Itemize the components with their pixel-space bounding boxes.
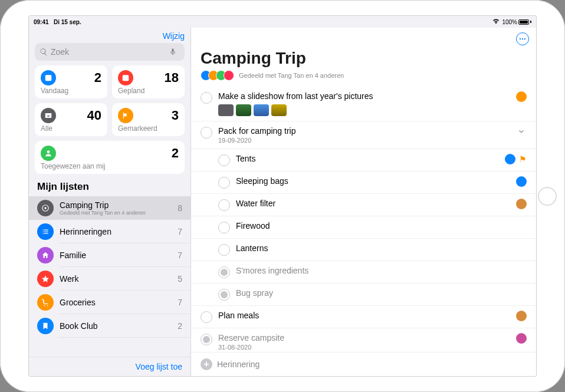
list-item[interactable]: Camping Trip Gedeeld met Tang Tan en 4 a…: [29, 196, 190, 220]
list-item[interactable]: Herinneringen 7: [29, 220, 190, 243]
shared-text: Gedeeld met Tang Tan en 4 anderen: [239, 72, 344, 79]
complete-toggle[interactable]: [218, 154, 230, 166]
person-icon: [41, 146, 56, 161]
home-icon: [37, 247, 54, 263]
reminder-title: Pack for camping trip: [218, 126, 510, 136]
list-count: 7: [178, 251, 182, 260]
list-name: Book Club: [60, 321, 172, 331]
complete-toggle[interactable]: [201, 92, 212, 104]
reminder-title: Water filter: [236, 199, 510, 208]
search-input[interactable]: Zoek: [35, 43, 185, 61]
flagged-label: Gemarkeerd: [118, 124, 179, 133]
assignee-avatar: [516, 333, 527, 344]
new-reminder-label: Herinnering: [217, 360, 259, 369]
reminder-date: 19-09-2020: [218, 137, 510, 144]
reminder-item[interactable]: Make a slideshow from last year's pictur…: [191, 87, 536, 121]
add-list-button[interactable]: Voeg lijst toe: [29, 357, 190, 376]
list-count: 2: [178, 321, 182, 331]
star-icon: [37, 271, 54, 287]
list-count: 7: [178, 298, 182, 307]
complete-toggle[interactable]: [201, 127, 212, 139]
plus-icon: +: [201, 358, 212, 370]
assigned-count: 2: [172, 146, 179, 161]
all-label: Alle: [41, 124, 101, 133]
svg-point-5: [44, 207, 47, 209]
complete-toggle[interactable]: [218, 244, 230, 256]
reminder-item[interactable]: Pack for camping trip 19-09-2020: [191, 121, 536, 149]
calendar-icon: [118, 70, 133, 85]
list-item[interactable]: Groceries 7: [29, 291, 190, 314]
thumbnail[interactable]: [271, 104, 287, 116]
reminder-title: Sleeping bags: [236, 176, 510, 186]
svg-rect-1: [45, 75, 52, 77]
complete-toggle[interactable]: [218, 289, 230, 301]
flag-icon: ⚑: [519, 154, 527, 164]
thumbnail[interactable]: [254, 104, 269, 116]
smart-all[interactable]: 40 Alle: [35, 103, 107, 136]
reminder-item[interactable]: Sleeping bags: [191, 172, 536, 194]
reminder-item[interactable]: Reserve campsite 31-08-2020: [191, 328, 536, 352]
more-button[interactable]: ⋯: [516, 32, 529, 45]
complete-toggle[interactable]: [218, 222, 230, 233]
wifi-icon: [492, 18, 500, 25]
complete-toggle[interactable]: [218, 199, 230, 211]
my-lists-header: Mijn lijsten: [29, 174, 190, 196]
reminder-item[interactable]: Plan meals: [191, 306, 536, 328]
new-reminder-button[interactable]: + Herinnering: [191, 352, 536, 376]
shared-info[interactable]: Gedeeld met Tang Tan en 4 anderen: [191, 70, 536, 87]
reminder-item[interactable]: Tents ⚑: [191, 149, 536, 172]
reminder-item[interactable]: Water filter: [191, 194, 536, 216]
avatar: [224, 70, 234, 81]
today-label: Vandaag: [41, 87, 101, 95]
complete-toggle[interactable]: [201, 311, 212, 323]
complete-toggle[interactable]: [218, 266, 230, 278]
smart-scheduled[interactable]: 18 Gepland: [112, 65, 185, 98]
scheduled-count: 18: [165, 70, 179, 85]
complete-toggle[interactable]: [201, 334, 212, 345]
list-item[interactable]: Werk 5: [29, 267, 190, 291]
list-name: Camping Trip: [60, 200, 172, 210]
edit-button[interactable]: Wijzig: [163, 31, 185, 41]
smart-today[interactable]: 2 Vandaag: [35, 65, 107, 98]
list-item[interactable]: Book Club 2: [29, 314, 190, 338]
home-button[interactable]: [538, 187, 557, 206]
battery-percent: 100%: [502, 19, 517, 25]
assignee-avatar: [516, 91, 527, 102]
list-count: 7: [178, 227, 182, 236]
thumbnail[interactable]: [236, 104, 251, 116]
reminder-item[interactable]: Firewood: [191, 216, 536, 239]
sidebar: Wijzig Zoek 2: [29, 28, 191, 376]
reminder-item[interactable]: Bug spray: [191, 284, 536, 306]
complete-toggle[interactable]: [218, 177, 230, 189]
assignee-avatar: [516, 176, 527, 187]
battery-indicator: 100%: [502, 19, 531, 25]
reminder-date: 31-08-2020: [218, 344, 510, 351]
list-name: Werk: [60, 274, 172, 284]
flag-icon: [118, 108, 133, 123]
reminder-item[interactable]: S'mores ingredients: [191, 261, 536, 284]
search-icon: [40, 48, 48, 56]
smart-assigned[interactable]: 2 Toegewezen aan mij: [35, 141, 185, 174]
mic-icon[interactable]: [169, 48, 177, 56]
list-name: Familie: [60, 251, 172, 260]
inbox-icon: [41, 108, 56, 123]
search-placeholder: Zoek: [51, 47, 69, 57]
reminder-title: Plan meals: [218, 311, 510, 320]
assignee-avatar: [516, 311, 527, 321]
smart-flagged[interactable]: 3 Gemarkeerd: [112, 103, 185, 136]
list-icon: [37, 223, 54, 240]
bookmark-icon: [37, 318, 54, 334]
flagged-count: 3: [172, 108, 179, 123]
list-item[interactable]: Familie 7: [29, 243, 190, 267]
assignee-avatar: [516, 199, 527, 209]
attachment-thumbnails[interactable]: [218, 104, 510, 116]
assignee-avatar: [505, 154, 515, 164]
chevron-down-icon[interactable]: [516, 126, 527, 137]
reminder-title: Firewood: [236, 221, 521, 230]
status-date: Di 15 sep.: [54, 19, 81, 25]
reminder-item[interactable]: Lanterns: [191, 239, 536, 261]
thumbnail[interactable]: [218, 104, 234, 116]
status-time: 09:41: [34, 19, 49, 25]
all-count: 40: [87, 108, 101, 123]
reminder-title: Reserve campsite: [218, 333, 510, 342]
